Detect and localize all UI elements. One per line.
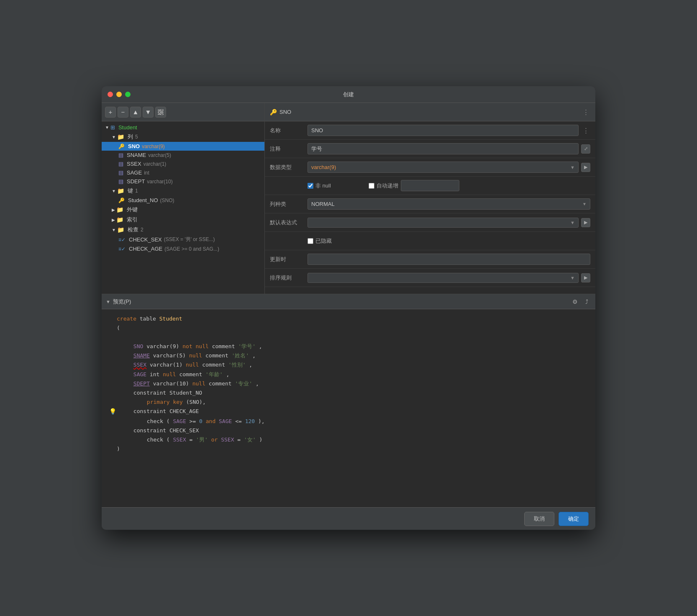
default-label: 默认表达式 xyxy=(270,219,308,226)
code-line-sno: SNO varchar(9) not null comment '学号' , xyxy=(108,342,589,351)
autoincrement-input[interactable] xyxy=(401,180,459,191)
code-line-ssex: SSEX varchar(1) null comment '性别' , xyxy=(108,360,589,370)
autoincrement-checkbox[interactable] xyxy=(369,183,374,189)
prop-row-update: 更新时 xyxy=(265,250,595,269)
sno-type: varchar(9) xyxy=(142,144,165,149)
comment-value-container: ⤢ xyxy=(308,143,590,154)
tree-col-sname[interactable]: ▤ SNAME varchar(5) xyxy=(102,151,264,159)
fk-chevron-icon[interactable]: ▶ xyxy=(112,208,115,212)
code-line-sname: SNAME varchar(5) null comment '姓名' , xyxy=(108,351,589,360)
ok-button[interactable]: 确定 xyxy=(559,512,589,526)
tree-item-student[interactable]: ▼ ⊞ Student xyxy=(102,123,264,132)
preview-export-button[interactable]: ⤴ xyxy=(582,297,591,306)
tree-group-indexes[interactable]: ▶ 📁 索引 xyxy=(102,215,264,225)
notnull-checkbox-label[interactable]: 非 null xyxy=(308,182,331,190)
columns-chevron-icon[interactable]: ▼ xyxy=(112,135,116,139)
maximize-button[interactable] xyxy=(125,92,131,97)
tree-group-columns[interactable]: ▼ 📁 列 5 xyxy=(102,132,264,142)
collation-value-container: ▼ ▶ xyxy=(308,273,590,283)
tree-col-sage[interactable]: ▤ SAGE int xyxy=(102,168,264,177)
right-header: 🔑 SNO ⋮ xyxy=(265,103,595,121)
code-line-1: create table Student xyxy=(108,314,589,323)
up-button[interactable]: ▲ xyxy=(130,107,141,118)
update-value-container xyxy=(308,254,590,265)
prop-row-collation: 排序规则 ▼ ▶ xyxy=(265,269,595,287)
coltype-label: 列种类 xyxy=(270,200,308,208)
check-sex-name: CHECK_SEX xyxy=(129,236,162,243)
comment-input[interactable] xyxy=(308,143,579,154)
main-window: 创建 + − ▲ ▼ xyxy=(102,86,595,530)
cancel-button[interactable]: 取消 xyxy=(524,512,554,526)
ssex-name: SSEX xyxy=(127,161,141,167)
key-name: Student_NO xyxy=(128,197,158,203)
preview-header: ▼ 预览(P) ⚙ ⤴ xyxy=(102,294,595,309)
prop-row-type: 数据类型 varchar(9) ▼ ▶ xyxy=(265,158,595,177)
name-more-button[interactable]: ⋮ xyxy=(581,126,590,135)
code-line-blank xyxy=(108,333,589,342)
sage-name: SAGE xyxy=(127,169,142,176)
properties-area: 名称 ⋮ 注释 ⤢ 数据类型 xyxy=(265,121,595,294)
coltype-value: NORMAL xyxy=(311,201,335,207)
default-expand-button[interactable]: ▶ xyxy=(581,218,590,227)
add-button[interactable]: + xyxy=(105,107,116,118)
hidden-label-text: 已隐藏 xyxy=(315,237,332,245)
check-age-name: CHECK_AGE xyxy=(129,246,162,252)
tree-group-checks[interactable]: ▼ 📁 检查 2 xyxy=(102,225,264,235)
tree-check-sex[interactable]: ≡✓ CHECK_SEX (SSEX = '男' or SSE...) xyxy=(102,235,264,244)
tree-group-foreign-keys[interactable]: ▶ 📁 外键 xyxy=(102,205,264,215)
col-count: 5 xyxy=(135,134,138,140)
autoincrement-checkbox-label[interactable]: 自动递增 xyxy=(369,182,398,190)
collation-expand-button[interactable]: ▶ xyxy=(581,273,590,282)
prop-row-name: 名称 ⋮ xyxy=(265,121,595,140)
key-icon: 🔑 xyxy=(118,198,125,203)
preview-settings-button[interactable]: ⚙ xyxy=(570,297,579,306)
preview-chevron-icon[interactable]: ▼ xyxy=(106,299,110,304)
hidden-checkbox-label[interactable]: 已隐藏 xyxy=(308,237,332,245)
fk-label: 外键 xyxy=(127,206,138,213)
down-button[interactable]: ▼ xyxy=(143,107,154,118)
prop-row-default: 默认表达式 ▼ ▶ xyxy=(265,213,595,232)
tree-col-sno[interactable]: 🔑 SNO varchar(9) xyxy=(102,142,264,151)
name-input[interactable] xyxy=(308,125,579,136)
type-value: varchar(9) xyxy=(311,164,336,170)
tree-col-ssex[interactable]: ▤ SSEX varchar(1) xyxy=(102,159,264,168)
tree-check-age[interactable]: ≡✓ CHECK_AGE (SAGE >= 0 and SAG...) xyxy=(102,244,264,253)
comment-expand-button[interactable]: ⤢ xyxy=(581,144,590,154)
check-age-cond: (SAGE >= 0 and SAG...) xyxy=(164,246,219,252)
col-icon-sname: ▤ xyxy=(118,152,123,158)
chevron-icon[interactable]: ▼ xyxy=(105,125,109,130)
coltype-select[interactable]: NORMAL ▼ xyxy=(308,198,590,210)
tree-key-student-no[interactable]: 🔑 Student_NO (SNO) xyxy=(102,196,264,205)
code-token: create table Student xyxy=(117,314,182,323)
collation-label: 排序规则 xyxy=(270,274,308,282)
notnull-checkbox[interactable] xyxy=(308,183,313,189)
checks-chevron-icon[interactable]: ▼ xyxy=(112,228,116,232)
keys-chevron-icon[interactable]: ▼ xyxy=(112,189,116,193)
table-icon: ⊞ xyxy=(110,124,115,131)
code-line-2: ( xyxy=(108,323,589,333)
check-count: 2 xyxy=(141,227,144,233)
close-button[interactable] xyxy=(108,92,113,97)
window-controls xyxy=(108,92,131,97)
default-select[interactable]: ▼ xyxy=(308,218,579,228)
type-value-container: varchar(9) ▼ ▶ xyxy=(308,162,590,173)
default-dropdown-arrow: ▼ xyxy=(570,220,575,225)
code-close-paren: ) xyxy=(117,444,120,454)
more-options-button[interactable]: ⋮ xyxy=(581,108,590,117)
minimize-button[interactable] xyxy=(116,92,122,97)
tree-group-keys[interactable]: ▼ 📁 键 1 xyxy=(102,186,264,196)
settings-button[interactable] xyxy=(155,107,166,118)
type-select[interactable]: varchar(9) ▼ xyxy=(308,162,579,173)
idx-folder-icon: 📁 xyxy=(116,216,123,223)
code-line-check-sex: check ( SSEX = '男' or SSEX = '女' ) xyxy=(108,435,589,444)
tree-col-sdept[interactable]: ▤ SDEPT varchar(10) xyxy=(102,177,264,186)
idx-chevron-icon[interactable]: ▶ xyxy=(112,218,115,222)
update-input[interactable] xyxy=(308,254,590,265)
collation-dropdown-arrow: ▼ xyxy=(570,275,575,280)
code-line-check-age: check ( SAGE >= 0 and SAGE <= 120 ), xyxy=(108,417,589,426)
prop-row-coltype: 列种类 NORMAL ▼ xyxy=(265,195,595,213)
collation-select[interactable]: ▼ xyxy=(308,273,579,283)
remove-button[interactable]: − xyxy=(118,107,128,118)
hidden-checkbox[interactable] xyxy=(308,238,313,244)
type-expand-button[interactable]: ▶ xyxy=(581,163,590,172)
